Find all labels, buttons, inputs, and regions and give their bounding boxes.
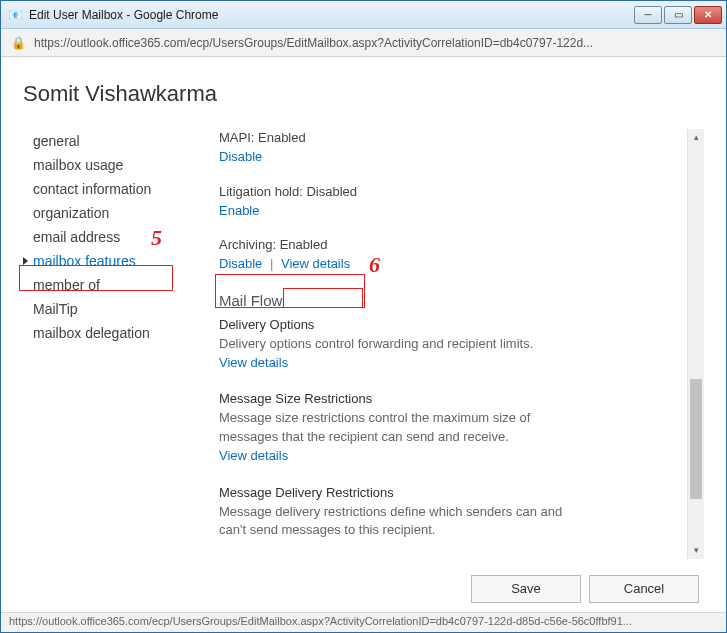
- delivery-options-title: Delivery Options: [219, 316, 684, 335]
- delivery-options-link[interactable]: View details: [219, 355, 288, 370]
- mail-icon: 📧: [7, 7, 23, 23]
- scrollbar[interactable]: ▴ ▾: [687, 129, 704, 559]
- separator: |: [270, 256, 273, 271]
- archiving-view-details-link[interactable]: View details: [281, 256, 350, 271]
- maximize-button[interactable]: ▭: [664, 6, 692, 24]
- size-restrictions-link[interactable]: View details: [219, 448, 288, 463]
- nav-mailbox-features[interactable]: mailbox features: [23, 249, 191, 273]
- size-restrictions-desc: Message size restrictions control the ma…: [219, 409, 579, 447]
- app-window: 📧 Edit User Mailbox - Google Chrome ─ ▭ …: [0, 0, 727, 633]
- mail-flow-heading: Mail Flow: [219, 290, 684, 312]
- litigation-enable-link[interactable]: Enable: [219, 203, 259, 218]
- mapi-block: MAPI: Enabled Disable: [219, 129, 684, 167]
- window-controls: ─ ▭ ✕: [634, 6, 722, 24]
- cancel-button[interactable]: Cancel: [589, 575, 699, 603]
- archiving-status: Archiving: Enabled: [219, 236, 684, 255]
- sidebar-nav: general mailbox usage contact informatio…: [23, 129, 191, 559]
- nav-contact-information[interactable]: contact information: [23, 177, 191, 201]
- nav-general[interactable]: general: [23, 129, 191, 153]
- page-title: Somit Vishawkarma: [23, 81, 704, 107]
- litigation-status: Litigation hold: Disabled: [219, 183, 684, 202]
- nav-mailbox-usage[interactable]: mailbox usage: [23, 153, 191, 177]
- scroll-up-arrow[interactable]: ▴: [688, 129, 704, 146]
- page-content: Somit Vishawkarma general mailbox usage …: [1, 57, 726, 612]
- minimize-button[interactable]: ─: [634, 6, 662, 24]
- delivery-options-desc: Delivery options control forwarding and …: [219, 335, 684, 354]
- main-panel: MAPI: Enabled Disable Litigation hold: D…: [219, 129, 704, 559]
- nav-mailtip[interactable]: MailTip: [23, 297, 191, 321]
- window-title: Edit User Mailbox - Google Chrome: [29, 8, 634, 22]
- mapi-status: MAPI: Enabled: [219, 129, 684, 148]
- archiving-disable-link[interactable]: Disable: [219, 256, 262, 271]
- msg-delivery-desc: Message delivery restrictions define whi…: [219, 503, 579, 541]
- close-button[interactable]: ✕: [694, 6, 722, 24]
- scroll-down-arrow[interactable]: ▾: [688, 542, 704, 559]
- dialog-buttons: Save Cancel: [471, 575, 699, 603]
- archiving-block: Archiving: Enabled Disable | View detail…: [219, 236, 684, 274]
- nav-mailbox-delegation[interactable]: mailbox delegation: [23, 321, 191, 345]
- status-bar: https://outlook.office365.com/ecp/UsersG…: [1, 612, 726, 632]
- msg-delivery-title: Message Delivery Restrictions: [219, 484, 684, 503]
- titlebar: 📧 Edit User Mailbox - Google Chrome ─ ▭ …: [1, 1, 726, 29]
- scroll-thumb[interactable]: [690, 379, 702, 499]
- url-text[interactable]: https://outlook.office365.com/ecp/UsersG…: [34, 36, 716, 50]
- mapi-disable-link[interactable]: Disable: [219, 149, 262, 164]
- save-button[interactable]: Save: [471, 575, 581, 603]
- nav-organization[interactable]: organization: [23, 201, 191, 225]
- litigation-block: Litigation hold: Disabled Enable: [219, 183, 684, 221]
- nav-email-address[interactable]: email address: [23, 225, 191, 249]
- address-bar: 🔒 https://outlook.office365.com/ecp/User…: [1, 29, 726, 57]
- nav-member-of[interactable]: member of: [23, 273, 191, 297]
- lock-icon: 🔒: [11, 36, 26, 50]
- size-restrictions-title: Message Size Restrictions: [219, 390, 684, 409]
